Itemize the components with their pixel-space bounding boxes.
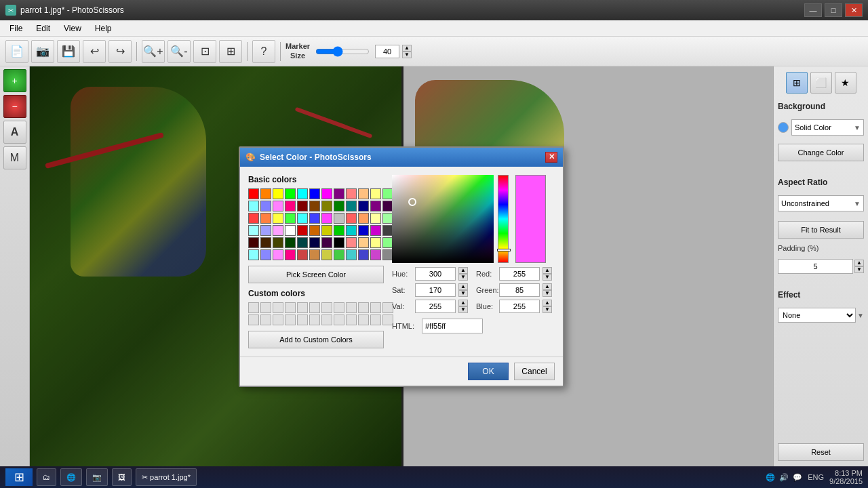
- minimize-button[interactable]: —: [804, 3, 822, 17]
- basic-color-cell-50[interactable]: [273, 237, 283, 248]
- val-down[interactable]: ▼: [458, 306, 468, 313]
- green-up[interactable]: ▲: [542, 283, 552, 290]
- basic-color-cell-67[interactable]: [334, 249, 344, 260]
- basic-color-cell-24[interactable]: [248, 213, 259, 224]
- basic-color-cell-40[interactable]: [297, 225, 308, 236]
- custom-color-cell-21[interactable]: [358, 314, 369, 325]
- menu-view[interactable]: View: [57, 22, 88, 35]
- camera-button[interactable]: 📷: [31, 40, 54, 63]
- basic-color-cell-51[interactable]: [285, 237, 296, 248]
- basic-color-cell-18[interactable]: [321, 201, 332, 211]
- fit-result-button[interactable]: Fit to Result: [778, 221, 864, 239]
- basic-color-cell-22[interactable]: [370, 201, 381, 211]
- effects-icon-btn[interactable]: ★: [835, 72, 856, 94]
- val-input[interactable]: [415, 300, 456, 313]
- val-up[interactable]: ▲: [458, 300, 468, 306]
- basic-color-cell-12[interactable]: [248, 201, 259, 211]
- zoom-fit-button[interactable]: ⊡: [193, 40, 216, 63]
- basic-color-cell-57[interactable]: [358, 237, 369, 248]
- hue-slider[interactable]: [498, 175, 509, 263]
- menu-file[interactable]: File: [3, 22, 29, 35]
- custom-color-cell-9[interactable]: [358, 302, 369, 313]
- basic-color-cell-27[interactable]: [285, 213, 296, 224]
- custom-color-cell-22[interactable]: [370, 314, 381, 325]
- basic-color-cell-68[interactable]: [346, 249, 357, 260]
- hue-down[interactable]: ▼: [458, 274, 468, 281]
- basic-color-cell-39[interactable]: [285, 225, 296, 236]
- masks-icon-btn[interactable]: ⬜: [810, 72, 832, 94]
- basic-color-cell-0[interactable]: [248, 188, 259, 199]
- basic-color-cell-69[interactable]: [358, 249, 369, 260]
- custom-color-cell-10[interactable]: [370, 302, 381, 313]
- taskbar-gallery[interactable]: 🖼: [112, 468, 132, 486]
- red-up[interactable]: ▲: [542, 267, 552, 274]
- basic-color-cell-5[interactable]: [309, 188, 320, 199]
- marker-size-input[interactable]: [375, 45, 399, 58]
- custom-color-cell-17[interactable]: [309, 314, 320, 325]
- basic-color-cell-31[interactable]: [334, 213, 344, 224]
- basic-color-cell-25[interactable]: [260, 213, 271, 224]
- basic-color-cell-44[interactable]: [346, 225, 357, 236]
- basic-color-cell-20[interactable]: [346, 201, 357, 211]
- html-input[interactable]: [422, 319, 483, 333]
- custom-color-cell-4[interactable]: [297, 302, 308, 313]
- hue-input[interactable]: [415, 267, 456, 281]
- redo-button[interactable]: ↪: [108, 40, 132, 63]
- basic-color-cell-4[interactable]: [297, 188, 308, 199]
- taskbar-camera[interactable]: 📷: [86, 468, 108, 486]
- change-color-button[interactable]: Change Color: [778, 144, 864, 161]
- background-type-dropdown[interactable]: Solid Color ▼: [791, 119, 864, 136]
- basic-color-cell-17[interactable]: [309, 201, 320, 211]
- basic-color-cell-49[interactable]: [260, 237, 271, 248]
- menu-help[interactable]: Help: [88, 22, 119, 35]
- sat-up[interactable]: ▲: [458, 283, 468, 290]
- basic-color-cell-53[interactable]: [309, 237, 320, 248]
- reset-button[interactable]: Reset: [778, 443, 864, 461]
- zoom-out-button[interactable]: 🔍-: [167, 40, 191, 63]
- red-input[interactable]: [499, 267, 540, 281]
- custom-color-cell-5[interactable]: [309, 302, 320, 313]
- marker-size-down[interactable]: ▼: [402, 52, 412, 58]
- basic-color-cell-38[interactable]: [273, 225, 283, 236]
- custom-color-cell-6[interactable]: [321, 302, 332, 313]
- basic-color-cell-43[interactable]: [334, 225, 344, 236]
- basic-color-cell-16[interactable]: [297, 201, 308, 211]
- basic-color-cell-15[interactable]: [285, 201, 296, 211]
- green-down[interactable]: ▼: [542, 290, 552, 297]
- new-button[interactable]: 📄: [5, 40, 28, 63]
- custom-color-cell-19[interactable]: [334, 314, 344, 325]
- basic-color-cell-14[interactable]: [273, 201, 283, 211]
- basic-color-cell-28[interactable]: [297, 213, 308, 224]
- basic-color-cell-46[interactable]: [370, 225, 381, 236]
- pick-screen-color-button[interactable]: Pick Screen Color: [248, 266, 384, 283]
- brush-tool[interactable]: M: [3, 146, 26, 169]
- basic-color-cell-3[interactable]: [285, 188, 296, 199]
- taskbar-explorer[interactable]: 🗂: [37, 468, 56, 486]
- basic-color-cell-41[interactable]: [309, 225, 320, 236]
- basic-color-cell-60[interactable]: [248, 249, 259, 260]
- help-button[interactable]: ?: [252, 40, 275, 63]
- dialog-close-button[interactable]: ✕: [545, 152, 557, 163]
- effect-dropdown[interactable]: None: [778, 308, 856, 323]
- add-to-custom-colors-button[interactable]: Add to Custom Colors: [248, 331, 384, 348]
- add-tool[interactable]: +: [3, 69, 26, 92]
- basic-color-cell-66[interactable]: [321, 249, 332, 260]
- basic-color-cell-61[interactable]: [260, 249, 271, 260]
- basic-color-cell-21[interactable]: [358, 201, 369, 211]
- ok-button[interactable]: OK: [468, 363, 509, 380]
- basic-color-cell-48[interactable]: [248, 237, 259, 248]
- basic-color-cell-1[interactable]: [260, 188, 271, 199]
- blue-up[interactable]: ▲: [542, 300, 552, 306]
- custom-color-cell-20[interactable]: [346, 314, 357, 325]
- basic-color-cell-45[interactable]: [358, 225, 369, 236]
- basic-color-cell-70[interactable]: [370, 249, 381, 260]
- basic-color-cell-36[interactable]: [248, 225, 259, 236]
- custom-color-cell-15[interactable]: [285, 314, 296, 325]
- basic-color-cell-26[interactable]: [273, 213, 283, 224]
- basic-color-cell-34[interactable]: [370, 213, 381, 224]
- custom-color-cell-3[interactable]: [285, 302, 296, 313]
- sat-down[interactable]: ▼: [458, 290, 468, 297]
- green-input[interactable]: [499, 283, 540, 297]
- basic-color-cell-65[interactable]: [309, 249, 320, 260]
- basic-color-cell-55[interactable]: [334, 237, 344, 248]
